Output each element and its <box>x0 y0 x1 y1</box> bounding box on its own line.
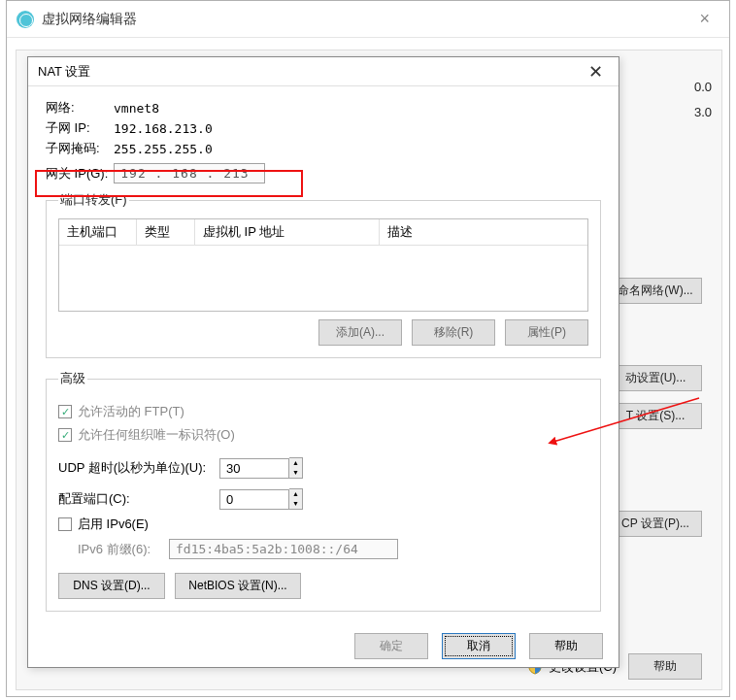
nat-title-text: NAT 设置 <box>38 63 90 81</box>
gateway-ip-input[interactable] <box>114 163 265 183</box>
outer-title-text: 虚拟网络编辑器 <box>42 11 137 28</box>
nat-help-button[interactable]: 帮助 <box>529 633 603 659</box>
rename-network-button[interactable]: 命名网络(W)... <box>609 278 702 304</box>
nat-close-icon[interactable]: ✕ <box>583 61 609 83</box>
cancel-button[interactable]: 取消 <box>442 633 516 659</box>
nat-titlebar: NAT 设置 ✕ <box>28 57 619 86</box>
nat-settings-dialog: NAT 设置 ✕ 网络: vmnet8 子网 IP: 192.168.213.0… <box>27 56 619 668</box>
cfg-port-input[interactable] <box>219 489 289 510</box>
gateway-row: 网关 IP(G): <box>46 163 601 183</box>
spinner-arrows[interactable]: ▲▼ <box>289 457 303 479</box>
ipv6-prefix-label: IPv6 前缀(6): <box>78 541 163 558</box>
subnet-mask-label: 子网掩码: <box>46 140 108 157</box>
oui-label: 允许任何组织唯一标识符(O) <box>78 426 235 444</box>
cfg-port-label: 配置端口(C): <box>58 490 214 508</box>
outer-titlebar: 虚拟网络编辑器 × <box>7 1 729 38</box>
cfg-port-row: 配置端口(C): ▲▼ <box>58 488 588 510</box>
udp-row: UDP 超时(以秒为单位)(U): ▲▼ <box>58 457 588 479</box>
chevron-down-icon[interactable]: ▼ <box>289 468 302 478</box>
remove-button[interactable]: 移除(R) <box>412 319 495 346</box>
bg-btns-2: 动设置(U)... T 设置(S)... <box>609 365 702 429</box>
gateway-label: 网关 IP(G): <box>46 165 108 183</box>
col-host-port[interactable]: 主机端口 <box>59 219 137 245</box>
bg-btns-1: 命名网络(W)... <box>609 278 702 304</box>
udp-timeout-spinner[interactable]: ▲▼ <box>219 457 303 479</box>
properties-button[interactable]: 属性(P) <box>505 319 588 346</box>
ipv6-prefix-row: IPv6 前缀(6): <box>78 539 588 559</box>
chevron-down-icon[interactable]: ▼ <box>289 499 302 509</box>
netbios-settings-button[interactable]: NetBIOS 设置(N)... <box>175 573 301 599</box>
network-value: vmnet8 <box>114 101 159 116</box>
col-desc[interactable]: 描述 <box>380 219 587 245</box>
dhcp-settings-button[interactable]: CP 设置(P)... <box>609 511 702 537</box>
bg-btns-3: CP 设置(P)... <box>609 511 702 537</box>
nat-body: 网络: vmnet8 子网 IP: 192.168.213.0 子网掩码: 25… <box>28 86 619 633</box>
subnet-mask-row: 子网掩码: 255.255.255.0 <box>46 140 601 157</box>
adv-btn-row: DNS 设置(D)... NetBIOS 设置(N)... <box>58 573 588 599</box>
port-forward-table[interactable]: 主机端口 类型 虚拟机 IP 地址 描述 <box>58 218 588 312</box>
bg-val-0: 0.0 <box>690 80 712 101</box>
outer-help-button[interactable]: 帮助 <box>628 653 702 680</box>
ipv6-prefix-input[interactable] <box>169 539 398 559</box>
ipv6-label: 启用 IPv6(E) <box>78 516 149 533</box>
udp-timeout-input[interactable] <box>219 458 289 479</box>
oui-checkbox[interactable]: ✓ <box>58 428 72 442</box>
col-vm-ip[interactable]: 虚拟机 IP 地址 <box>195 219 380 245</box>
chevron-up-icon[interactable]: ▲ <box>289 489 302 499</box>
bg-values: 0.0 3.0 <box>690 80 712 126</box>
network-row: 网络: vmnet8 <box>46 99 601 117</box>
subnet-ip-label: 子网 IP: <box>46 119 108 137</box>
advanced-group: 高级 ✓ 允许活动的 FTP(T) ✓ 允许任何组织唯一标识符(O) UDP 超… <box>46 370 601 612</box>
nat-settings-button[interactable]: T 设置(S)... <box>609 403 702 429</box>
nat-footer: 确定 取消 帮助 <box>354 633 603 659</box>
port-forward-group: 端口转发(F) 主机端口 类型 虚拟机 IP 地址 描述 添加(A)... 移除… <box>46 191 601 358</box>
table-header: 主机端口 类型 虚拟机 IP 地址 描述 <box>59 219 587 246</box>
udp-label: UDP 超时(以秒为单位)(U): <box>58 459 214 477</box>
ipv6-row: . 启用 IPv6(E) <box>58 516 588 533</box>
globe-icon <box>17 11 34 28</box>
spinner-arrows-2[interactable]: ▲▼ <box>289 488 303 510</box>
cfg-port-spinner[interactable]: ▲▼ <box>219 488 303 510</box>
network-label: 网络: <box>46 99 108 117</box>
advanced-legend: 高级 <box>58 370 87 387</box>
ftp-row: ✓ 允许活动的 FTP(T) <box>58 403 588 420</box>
oui-row: ✓ 允许任何组织唯一标识符(O) <box>58 426 588 444</box>
ok-button[interactable]: 确定 <box>354 633 428 659</box>
subnet-mask-value: 255.255.255.0 <box>114 142 213 156</box>
subnet-ip-row: 子网 IP: 192.168.213.0 <box>46 119 601 137</box>
ftp-label: 允许活动的 FTP(T) <box>78 403 184 420</box>
col-type[interactable]: 类型 <box>137 219 195 245</box>
auto-settings-button[interactable]: 动设置(U)... <box>609 365 702 391</box>
port-forward-buttons: 添加(A)... 移除(R) 属性(P) <box>58 319 588 346</box>
bg-val-1: 3.0 <box>690 105 712 126</box>
ipv6-checkbox[interactable]: . <box>58 517 72 531</box>
dns-settings-button[interactable]: DNS 设置(D)... <box>58 573 165 599</box>
port-forward-legend: 端口转发(F) <box>58 191 129 209</box>
subnet-ip-value: 192.168.213.0 <box>114 121 213 136</box>
chevron-up-icon[interactable]: ▲ <box>289 458 302 468</box>
add-button[interactable]: 添加(A)... <box>318 319 402 346</box>
ftp-checkbox[interactable]: ✓ <box>58 405 72 418</box>
close-icon[interactable]: × <box>689 5 719 33</box>
